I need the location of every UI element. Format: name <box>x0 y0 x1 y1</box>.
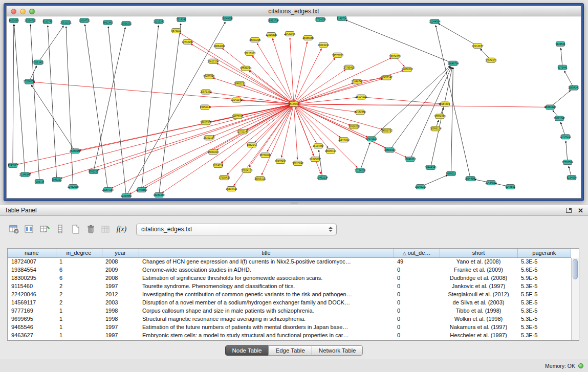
table-cell[interactable]: Stergiakouli et al. (2012) <box>440 290 517 298</box>
table-cell[interactable]: 9777169 <box>8 307 56 315</box>
table-row[interactable]: 946362711997Embryonic stem cells: a mode… <box>8 331 571 339</box>
network-window[interactable]: citations_edges.txt 86210891851472291507… <box>4 3 584 201</box>
table-cell[interactable]: 1 <box>56 323 102 331</box>
table-cell[interactable]: 18724007 <box>8 257 56 266</box>
column-header-short[interactable]: short <box>440 249 517 257</box>
table-cell[interactable]: 0 <box>394 290 440 298</box>
table-cell[interactable]: 0 <box>394 315 440 323</box>
column-header-name[interactable]: name <box>8 249 56 257</box>
table-cell[interactable]: 1997 <box>102 331 139 339</box>
panel-splitter[interactable] <box>0 201 588 205</box>
tab-network-table[interactable]: Network Table <box>312 345 363 356</box>
table-cell[interactable]: Hescheler et al. (1997) <box>440 331 517 339</box>
table-cell[interactable]: 0 <box>394 298 440 307</box>
table-cell[interactable]: 9699695 <box>8 315 56 323</box>
table-cell[interactable]: 1 <box>56 331 102 339</box>
create-column-button[interactable] <box>69 223 82 236</box>
scrollbar-thumb[interactable] <box>573 259 578 279</box>
table-cell[interactable]: 2 <box>56 290 102 298</box>
tab-node-table[interactable]: Node Table <box>225 345 269 356</box>
table-cell[interactable]: Estimation of the future numbers of pati… <box>139 323 394 331</box>
table-cell[interactable]: 5.3E-5 <box>517 298 571 307</box>
table-cell[interactable]: 0 <box>394 323 440 331</box>
table-cell[interactable]: Tibbo et al. (1998) <box>440 307 517 315</box>
table-cell[interactable]: 5.3E-5 <box>517 282 571 290</box>
table-cell[interactable]: 1 <box>56 257 102 266</box>
table-cell[interactable]: 9115460 <box>8 282 56 290</box>
minimize-window-button[interactable] <box>20 9 26 14</box>
table-cell[interactable]: Estimation of significance thresholds fo… <box>139 274 394 282</box>
table-cell[interactable]: Wolkin et al. (1998) <box>440 315 517 323</box>
table-cell[interactable]: 49 <box>394 257 440 266</box>
table-cell[interactable]: 5.3E-5 <box>517 257 571 266</box>
table-cell[interactable]: Franke et al. (2009) <box>440 266 517 274</box>
table-cell[interactable]: 2008 <box>102 257 139 266</box>
row-height-button[interactable] <box>53 223 67 236</box>
table-cell[interactable]: 6 <box>56 274 102 282</box>
table-cell[interactable]: 5.9E-5 <box>517 274 571 282</box>
table-cell[interactable]: 0 <box>394 282 440 290</box>
edit-table-button[interactable] <box>38 223 52 236</box>
table-cell[interactable]: 22420046 <box>8 290 56 298</box>
table-cell[interactable]: 5.5E-5 <box>517 290 571 298</box>
column-header-out-de-[interactable]: △out_de… <box>394 249 440 257</box>
table-cell[interactable]: 2009 <box>102 266 139 274</box>
table-cell[interactable]: Changes of HCN gene expression and I(f) … <box>139 257 394 266</box>
table-cell[interactable]: 2 <box>56 282 102 290</box>
float-panel-icon[interactable] <box>566 208 572 213</box>
column-header-in-degree[interactable]: in_degree <box>56 249 102 257</box>
table-cell[interactable]: 1997 <box>102 282 139 290</box>
column-header-pagerank[interactable]: pagerank <box>517 249 571 257</box>
table-cell[interactable]: 5.3E-5 <box>517 323 571 331</box>
table-cell[interactable]: Tourette syndrome. Phenomenology and cla… <box>139 282 394 290</box>
table-cell[interactable]: Jankovic et al. (1997) <box>440 282 517 290</box>
table-cell[interactable]: 9465546 <box>8 323 56 331</box>
table-cell[interactable]: 2003 <box>102 298 139 307</box>
column-header-title[interactable]: title <box>139 249 394 257</box>
table-cell[interactable]: 0 <box>394 331 440 339</box>
table-row[interactable]: 1938455462009Genome-wide association stu… <box>8 266 571 274</box>
table-cell[interactable]: Genome-wide association studies in ADHD. <box>139 266 394 274</box>
table-cell[interactable]: Investigating the contribution of common… <box>139 290 394 298</box>
table-cell[interactable]: 6 <box>56 266 102 274</box>
table-row[interactable]: 1872400712008Changes of HCN gene express… <box>8 257 571 266</box>
table-cell[interactable]: 14569117 <box>8 298 56 307</box>
tab-edge-table[interactable]: Edge Table <box>268 345 312 356</box>
table-row[interactable]: 977716911998Corpus callosum shape and si… <box>8 307 571 315</box>
table-mode-button[interactable] <box>7 223 21 236</box>
table-cell[interactable]: 18300295 <box>8 274 56 282</box>
table-cell[interactable]: 2 <box>56 298 102 307</box>
zoom-window-button[interactable] <box>29 9 35 14</box>
table-row[interactable]: 911546021997Tourette syndrome. Phenomeno… <box>8 282 571 290</box>
table-row[interactable]: 1830029562008Estimation of significance … <box>8 274 571 282</box>
import-table-button[interactable] <box>99 223 113 236</box>
table-cell[interactable]: 5.3E-5 <box>517 307 571 315</box>
table-cell[interactable]: 1997 <box>102 323 139 331</box>
show-columns-button[interactable] <box>23 223 36 236</box>
network-graph[interactable]: 8621089185147229150745205102311203473198… <box>7 16 581 198</box>
table-cell[interactable]: de Silva et al. (2003) <box>440 298 517 307</box>
table-cell[interactable]: Disruption of a novel member of a sodium… <box>139 298 394 307</box>
table-cell[interactable]: Nakamura et al. (1997) <box>440 323 517 331</box>
table-cell[interactable]: 1998 <box>102 315 139 323</box>
table-source-combobox[interactable]: citations_edges.txt <box>136 224 337 235</box>
table-cell[interactable]: 5.3E-5 <box>517 315 571 323</box>
table-cell[interactable]: 1998 <box>102 307 139 315</box>
table-cell[interactable]: Dudbridge et al. (2008) <box>440 274 517 282</box>
table-cell[interactable]: 19384554 <box>8 266 56 274</box>
table-cell[interactable]: 2008 <box>102 274 139 282</box>
table-cell[interactable]: 0 <box>394 266 440 274</box>
table-vertical-scrollbar[interactable] <box>571 258 579 340</box>
table-cell[interactable]: 1 <box>56 307 102 315</box>
table-cell[interactable]: 0 <box>394 274 440 282</box>
table-cell[interactable]: 9463627 <box>8 331 56 339</box>
table-cell[interactable]: Yano et al. (2008) <box>440 257 517 266</box>
network-window-titlebar[interactable]: citations_edges.txt <box>6 6 581 16</box>
table-cell[interactable]: 0 <box>394 307 440 315</box>
table-cell[interactable]: Embryonic stem cells: a model to study s… <box>139 331 394 339</box>
table-row[interactable]: 946554611997Estimation of the future num… <box>8 323 571 331</box>
table-cell[interactable]: 5.6E-5 <box>517 266 571 274</box>
close-panel-icon[interactable]: ✕ <box>578 207 583 214</box>
table-row[interactable]: 1456911722003Disruption of a novel membe… <box>8 298 571 307</box>
table-row[interactable]: 969969511998Structural magnetic resonanc… <box>8 315 571 323</box>
